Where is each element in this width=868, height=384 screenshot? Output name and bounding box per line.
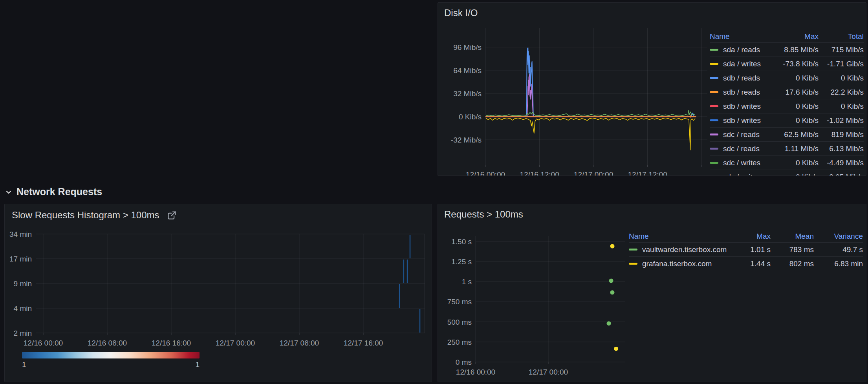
colorbar-max-label: 1 [160,360,200,369]
heatmap-cell [403,260,405,283]
legend-row[interactable]: sdb / writes0 Kib/s-1.02 Mib/s [710,113,864,127]
legend-row[interactable]: sda / reads8.85 Mib/s715 Mib/s [710,42,864,57]
scatter-point [609,279,613,283]
legend-value: 0 Kib/s [773,116,819,125]
heatmap-cell [419,309,421,333]
legend-row[interactable]: vaultwarden.tiserbox.com1.01 s783 ms49.7… [629,242,863,256]
legend-value: 1.11 Mib/s [773,144,819,153]
legend-col-mean[interactable]: Mean [771,232,814,241]
legend-value: 0 Kib/s [819,74,864,82]
requests-y-tick-label: 500 ms [447,318,472,326]
hist-y-tick-label: 2 min [14,329,32,337]
series-color-pill [710,162,718,164]
heatmap-cell [399,284,400,308]
disk-io-chart[interactable]: 96 Mib/s64 Mib/s32 Mib/s0 Kib/s-32 Mib/s… [438,25,713,176]
legend-value: 0 Kib/s [773,173,819,176]
histogram-chart[interactable]: 12/16 00:0012/16 08:0012/16 16:0012/17 0… [5,228,432,350]
legend-value: 819 Mib/s [819,130,864,139]
legend-row[interactable]: sdc / reads1.11 Mib/s6.13 Mib/s [710,141,864,155]
legend-value: 6.83 min [814,260,863,268]
legend-value: 715 Mib/s [819,46,864,54]
series-color-pill [710,77,718,79]
disk-x-tick-label: 12/16 12:00 [520,170,559,176]
legend-row[interactable]: sdb / reads17.6 Kib/s22.2 Kib/s [710,85,864,99]
legend-value: 0 Kib/s [773,159,819,167]
disk-y-tick-label: -32 Mib/s [451,136,482,144]
legend-value: 17.6 Kib/s [773,88,819,97]
heatmap-cell [410,235,411,258]
legend-row[interactable]: sdc / writes0 Kib/s-4.49 Mib/s [710,155,864,170]
requests-y-tick-label: 1 s [462,278,472,286]
legend-header-row: NameMaxTotal [710,30,864,42]
scatter-point [610,244,615,249]
legend-col-name[interactable]: Name [629,232,733,241]
legend-value: -2.05 Mib/s [819,173,864,176]
panel-disk-io: Disk I/O 96 Mib/s64 Mib/s32 Mib/s0 Kib/s… [438,2,866,176]
disk-x-tick-label: 12/17 00:00 [574,170,613,176]
disk-x-tick-label: 12/16 00:00 [466,170,505,176]
legend-row[interactable]: sda / writes-73.8 Kib/s-1.71 Gib/s [710,57,864,71]
series-color-pill [710,119,718,121]
scatter-point [610,290,615,294]
disk-y-tick-label: 0 Kib/s [459,113,482,121]
legend-value: -4.49 Mib/s [819,159,864,167]
panel-title-requests[interactable]: Requests > 100ms [444,209,523,220]
legend-col-total[interactable]: Total [819,32,864,41]
legend-row[interactable]: sdc / reads62.5 Mib/s819 Mib/s [710,127,864,141]
legend-value: 6.13 Mib/s [819,144,864,153]
series-color-pill [629,249,637,251]
requests-legend-table: NameMaxMeanVariancevaultwarden.tiserbox.… [629,230,863,271]
scatter-point [607,321,611,325]
requests-chart[interactable]: 1.50 s1.25 s1 s750 ms500 ms250 ms0 ms12/… [438,228,658,379]
legend-col-name[interactable]: Name [710,32,773,41]
legend-row[interactable]: sdc / writes0 Kib/s-2.05 Mib/s [710,170,864,176]
legend-col-variance[interactable]: Variance [814,232,863,241]
legend-series-name: sdb / reads [710,74,773,82]
section-network-requests[interactable]: Network Requests [4,186,102,197]
panel-title-histogram[interactable]: Slow Requests Histogram > 100ms [12,210,159,221]
legend-value: 49.7 s [814,245,863,254]
legend-row[interactable]: grafana.tiserbox.com1.44 s802 ms6.83 min [629,256,863,271]
heatmap-colorbar [22,352,200,358]
legend-value: -73.8 Kib/s [773,60,819,68]
section-title: Network Requests [16,186,102,197]
legend-col-max[interactable]: Max [733,232,771,241]
hist-y-tick-label: 4 min [14,304,32,313]
legend-value: 783 ms [771,245,814,254]
legend-series-name: sda / reads [710,46,773,54]
hist-y-tick-label: 34 min [9,230,32,238]
legend-value: 62.5 Mib/s [773,130,819,139]
legend-series-name: sdb / reads [710,88,773,97]
legend-series-name: sda / writes [710,60,773,68]
legend-col-max[interactable]: Max [773,32,819,41]
chevron-down-icon [4,187,13,197]
legend-row[interactable]: sdb / reads0 Kib/s0 Kib/s [710,71,864,85]
hist-x-tick-label: 12/17 16:00 [344,339,383,347]
legend-series-name: sdb / writes [710,116,773,125]
series-color-pill [710,105,718,107]
requests-y-tick-label: 750 ms [447,298,472,306]
legend-value: -1.71 Gib/s [819,60,864,68]
legend-header-row: NameMaxMeanVariance [629,230,863,242]
legend-value: 8.85 Mib/s [773,46,819,54]
requests-y-tick-label: 0 ms [456,358,472,366]
series-color-pill [710,148,718,150]
panel-title-disk-io[interactable]: Disk I/O [444,7,478,18]
legend-value: -1.02 Mib/s [819,116,864,125]
requests-y-tick-label: 1.50 s [451,238,472,246]
requests-y-tick-label: 1.25 s [451,258,472,266]
panel-requests: Requests > 100ms 1.50 s1.25 s1 s750 ms50… [438,204,866,382]
series-color-pill [710,63,718,65]
external-link-icon[interactable] [167,210,177,221]
hist-x-tick-label: 12/16 00:00 [24,339,63,347]
hist-x-tick-label: 12/16 08:00 [88,339,127,347]
series-color-pill [710,49,718,51]
legend-value: 802 ms [771,260,814,268]
legend-row[interactable]: sdb / writes0 Kib/s0 Kib/s [710,99,864,113]
requests-x-tick-label: 12/17 00:00 [529,368,568,376]
series-line [486,110,695,116]
disk-y-tick-label: 64 Mib/s [453,66,482,75]
requests-x-tick-label: 12/16 00:00 [456,368,495,376]
legend-series-name: grafana.tiserbox.com [629,260,733,268]
legend-value: 22.2 Kib/s [819,88,864,97]
